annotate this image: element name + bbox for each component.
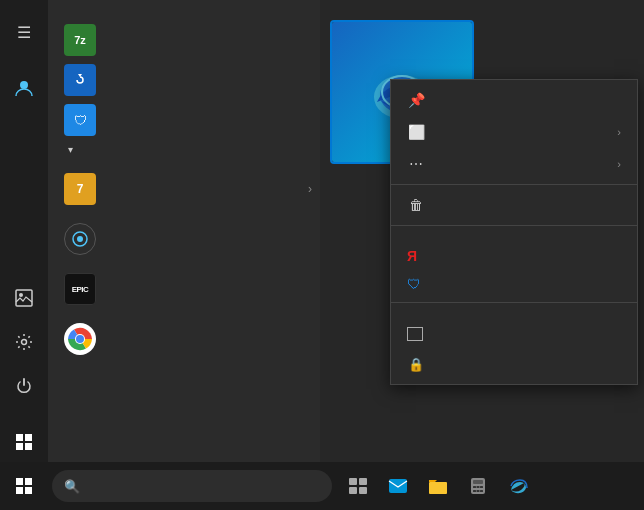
- app-item-7zip[interactable]: 7 ›: [48, 169, 320, 209]
- svg-point-9: [76, 335, 84, 343]
- taskbar-task-view[interactable]: [340, 468, 376, 504]
- search-bar[interactable]: 🔍: [52, 470, 332, 502]
- more-arrow-icon: ›: [617, 158, 621, 170]
- app-list: 7z 🛡 ▾ 7 ›: [48, 0, 320, 462]
- power-icon[interactable]: [4, 366, 44, 406]
- ctx-tasks-header: [391, 307, 637, 319]
- recently-added-header: [48, 8, 320, 20]
- resize-arrow-icon: ›: [617, 126, 621, 138]
- ctx-delete[interactable]: 🗑: [391, 189, 637, 221]
- ctx-recently-closed-header: [391, 230, 637, 242]
- windows-start-icon[interactable]: [4, 422, 44, 462]
- svg-rect-23: [480, 486, 483, 488]
- app-icon-epic: EPIC: [64, 273, 96, 305]
- letter-hash: [48, 159, 320, 169]
- svg-rect-14: [359, 478, 367, 485]
- app-icon-7zip: 7: [64, 173, 96, 205]
- taskbar-edge[interactable]: [500, 468, 536, 504]
- svg-rect-24: [473, 490, 476, 492]
- svg-point-3: [22, 340, 27, 345]
- app-item-7zip-manager[interactable]: 7z: [48, 20, 320, 60]
- svg-rect-1: [16, 290, 32, 306]
- app-icon-recuva: [64, 64, 96, 96]
- svg-rect-22: [477, 486, 480, 488]
- unpin-icon: 📌: [407, 92, 425, 108]
- letter-g: [48, 309, 320, 319]
- svg-rect-20: [473, 480, 483, 484]
- context-menu: 📌 ⬜ › ⋯ › 🗑 Я 🛡 🔒: [390, 79, 638, 385]
- app-item-recuva[interactable]: [48, 60, 320, 100]
- app-item-kaspersky[interactable]: 🛡: [48, 100, 320, 140]
- taskbar-calculator[interactable]: [460, 468, 496, 504]
- expand-chevron-icon: ▾: [68, 144, 73, 155]
- svg-point-0: [20, 81, 28, 89]
- taskbar-file-explorer[interactable]: [420, 468, 456, 504]
- letter-c: [48, 209, 320, 219]
- svg-point-6: [77, 236, 83, 242]
- ctx-more[interactable]: ⋯ ›: [391, 148, 637, 180]
- svg-rect-16: [359, 487, 367, 494]
- 7zip-expand-icon: ›: [308, 182, 312, 196]
- kaspersky-ctx-icon: 🛡: [407, 276, 425, 292]
- ctx-divider-3: [391, 302, 637, 303]
- app-icon-kaspersky: 🛡: [64, 104, 96, 136]
- svg-rect-25: [477, 490, 480, 492]
- user-icon[interactable]: [4, 68, 44, 108]
- settings-icon[interactable]: [4, 322, 44, 362]
- new-window-icon: [407, 327, 423, 341]
- svg-rect-21: [473, 486, 476, 488]
- svg-rect-15: [349, 487, 357, 494]
- app-item-cortana[interactable]: [48, 219, 320, 259]
- svg-point-2: [19, 293, 23, 297]
- svg-rect-17: [389, 479, 407, 493]
- expand-button[interactable]: ▾: [48, 140, 320, 159]
- letter-e: [48, 259, 320, 269]
- ctx-new-window[interactable]: [391, 319, 637, 349]
- new-private-window-icon: 🔒: [407, 357, 425, 372]
- app-item-chrome[interactable]: [48, 319, 320, 359]
- app-item-epic[interactable]: EPIC: [48, 269, 320, 309]
- start-menu-sidebar: ☰: [0, 0, 48, 462]
- more-icon: ⋯: [407, 156, 425, 172]
- svg-rect-18: [429, 482, 447, 494]
- app-icon-cortana: [64, 223, 96, 255]
- taskbar: 🔍: [0, 462, 644, 510]
- yandex-icon: Я: [407, 248, 425, 264]
- windows-logo-icon: [16, 478, 32, 494]
- svg-rect-13: [349, 478, 357, 485]
- app-icon-7zip-manager: 7z: [64, 24, 96, 56]
- app-icon-chrome: [64, 323, 96, 355]
- search-icon: 🔍: [64, 479, 80, 494]
- start-button[interactable]: [0, 462, 48, 510]
- ctx-resize[interactable]: ⬜ ›: [391, 116, 637, 148]
- taskbar-app-icons: [340, 468, 536, 504]
- resize-icon: ⬜: [407, 124, 425, 140]
- ctx-divider-2: [391, 225, 637, 226]
- svg-rect-26: [480, 490, 483, 492]
- svg-point-4: [71, 71, 89, 89]
- ctx-divider-1: [391, 184, 637, 185]
- ctx-recent-1[interactable]: 🛡: [391, 270, 637, 298]
- ctx-unpin[interactable]: 📌: [391, 84, 637, 116]
- image-icon[interactable]: [4, 278, 44, 318]
- delete-icon: 🗑: [407, 197, 425, 213]
- taskbar-mail[interactable]: [380, 468, 416, 504]
- hamburger-icon[interactable]: ☰: [4, 12, 44, 52]
- ctx-recent-0[interactable]: Я: [391, 242, 637, 270]
- ctx-new-private-window[interactable]: 🔒: [391, 349, 637, 380]
